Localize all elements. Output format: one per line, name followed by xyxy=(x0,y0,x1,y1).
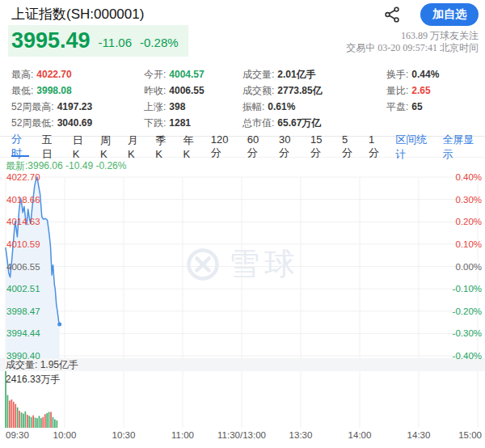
time-axis-label: 14:30 xyxy=(407,429,431,441)
volume-bar xyxy=(13,402,15,428)
volume-current-label: 成交量: 1.95亿手 xyxy=(6,359,78,370)
share-icon[interactable] xyxy=(383,6,401,23)
percent-axis-label: 0.40% xyxy=(455,171,482,183)
tab-minute[interactable]: 分时 xyxy=(11,137,29,157)
volume-bar xyxy=(11,399,13,428)
time-axis-label: 09:30 xyxy=(6,429,29,441)
stat-52w-high: 52周最高:4197.23 xyxy=(11,99,144,115)
volume-bar xyxy=(7,395,9,428)
tab-30min[interactable]: 30分 xyxy=(279,137,297,157)
stats-column-2: 今开:4004.57 昨收:4006.55 上涨:398 下跌:1281 xyxy=(144,66,242,131)
volume-bar xyxy=(17,408,19,428)
price-axis-label: 4006.55 xyxy=(6,261,40,273)
volume-bar xyxy=(40,418,42,428)
percent-axis-label: 0.30% xyxy=(455,194,482,205)
time-axis-label: 11:30/13:00 xyxy=(217,429,266,441)
page-header: 上证指数(SH:000001) 加自选 xyxy=(0,0,485,27)
stats-grid: 最高:4022.70 最低:3998.08 52周最高:4197.23 52周最… xyxy=(11,66,480,131)
stat-52w-low: 52周最低:3040.69 xyxy=(11,115,144,131)
price-change: -11.06 xyxy=(99,33,132,53)
tab-120min[interactable]: 120分 xyxy=(211,137,234,157)
chart-canvas[interactable] xyxy=(0,172,485,442)
volume-bar xyxy=(32,416,34,428)
tab-quarterly-k[interactable]: 季K xyxy=(155,137,170,157)
price-axis-label: 3994.44 xyxy=(6,328,40,339)
stat-decliners: 下跌:1281 xyxy=(144,115,242,131)
time-axis-label: 13:30 xyxy=(289,429,313,441)
range-stats-link[interactable]: 区间统计 xyxy=(395,137,429,157)
volume-axis-max-label: 2416.33万手 xyxy=(6,374,60,385)
stat-volume-ratio: 量比:2.65 xyxy=(386,82,480,99)
stats-column-1: 最高:4022.70 最低:3998.08 52周最高:4197.23 52周最… xyxy=(11,66,144,131)
volume-bar xyxy=(57,421,58,428)
chart-tabbar: 分时 五日 日K 周K 月K 季K 年K 120分 60分 30分 15分 5分… xyxy=(0,136,485,158)
stat-market-cap: 总市值:65.67万亿 xyxy=(242,115,386,131)
price-axis-label: 4022.70 xyxy=(6,171,40,183)
volume-bar xyxy=(25,412,27,428)
volume-bar xyxy=(31,417,32,428)
price-line-end-dot xyxy=(57,323,61,327)
tab-1min[interactable]: 1分 xyxy=(369,137,382,157)
stat-advancers: 上涨:398 xyxy=(144,99,242,115)
price-axis-label: 3998.47 xyxy=(6,306,40,317)
percent-axis-label: -0.40% xyxy=(453,350,482,361)
tab-monthly-k[interactable]: 月K xyxy=(128,137,142,157)
stat-turnover: 成交额:2773.85亿 xyxy=(242,82,386,99)
add-watchlist-button[interactable]: 加自选 xyxy=(420,3,479,26)
volume-bar xyxy=(21,412,23,428)
intraday-chart[interactable]: 雪球 4022.704018.664014.634010.594006.5540… xyxy=(0,172,485,448)
volume-bar xyxy=(44,414,46,428)
tab-15min[interactable]: 15分 xyxy=(310,137,329,157)
stat-flat: 平盘:65 xyxy=(386,99,480,115)
stat-open: 今开:4004.57 xyxy=(144,66,242,82)
volume-bar xyxy=(23,414,24,429)
followers-count: 163.89 万球友关注 xyxy=(346,30,479,42)
tab-weekly-k[interactable]: 周K xyxy=(100,137,115,157)
price-axis-label: 4002.51 xyxy=(6,283,40,294)
volume-bar xyxy=(15,404,16,428)
percent-axis-label: -0.30% xyxy=(453,328,482,339)
price-change-percent: -0.28% xyxy=(140,33,179,53)
time-axis-label: 15:00 xyxy=(458,429,482,441)
volume-bar xyxy=(53,417,54,428)
current-price: 3995.49 xyxy=(11,28,91,53)
volume-bar xyxy=(48,412,50,428)
volume-bar xyxy=(50,412,52,428)
price-axis-label: 4014.63 xyxy=(6,216,40,227)
stat-prev-close: 昨收:4006.55 xyxy=(144,82,242,99)
tab-5day[interactable]: 五日 xyxy=(42,137,60,157)
stat-amplitude: 振幅:0.61% xyxy=(242,99,386,115)
volume-bar xyxy=(19,411,20,428)
volume-bar xyxy=(46,413,48,428)
quote-box: 3995.49 -11.06 -0.28% xyxy=(8,25,188,57)
tab-daily-k[interactable]: 日K xyxy=(73,137,87,157)
quote-meta: 163.89 万球友关注 交易中 03-20 09:57:41 北京时间 xyxy=(346,30,479,54)
time-axis-label: 14:00 xyxy=(348,429,372,441)
percent-axis-label: 0.20% xyxy=(455,216,482,227)
stats-column-4: 换手:0.44% 量比:2.65 平盘:65 xyxy=(386,66,480,131)
volume-bar xyxy=(27,415,28,428)
percent-axis-label: -0.20% xyxy=(453,306,482,317)
volume-bar xyxy=(54,420,56,429)
tab-60min[interactable]: 60分 xyxy=(247,137,266,157)
session-status: 交易中 03-20 09:57:41 北京时间 xyxy=(346,42,479,54)
time-axis-label: 11:00 xyxy=(171,429,194,441)
volume-bar xyxy=(9,400,11,428)
time-axis-label: 10:30 xyxy=(112,429,136,441)
stat-high: 最高:4022.70 xyxy=(11,66,144,82)
fullscreen-link[interactable]: 全屏显示 xyxy=(443,137,477,157)
volume-bar xyxy=(42,417,44,428)
stats-column-3: 成交量:2.01亿手 成交额:2773.85亿 振幅:0.61% 总市值:65.… xyxy=(242,66,386,131)
price-axis-label: 4018.66 xyxy=(6,194,40,205)
stat-low: 最低:3998.08 xyxy=(11,82,144,99)
tab-yearly-k[interactable]: 年K xyxy=(183,137,198,157)
percent-axis-label: -0.10% xyxy=(453,283,482,294)
percent-axis-label: 0.00% xyxy=(455,261,482,273)
stat-volume: 成交量:2.01亿手 xyxy=(242,66,386,82)
percent-axis-label: 0.10% xyxy=(455,239,482,250)
price-axis-label: 4010.59 xyxy=(6,239,40,250)
volume-bar xyxy=(39,416,40,428)
volume-bar xyxy=(36,418,38,428)
tab-5min[interactable]: 5分 xyxy=(342,137,356,157)
stat-turnover-rate: 换手:0.44% xyxy=(386,66,480,82)
